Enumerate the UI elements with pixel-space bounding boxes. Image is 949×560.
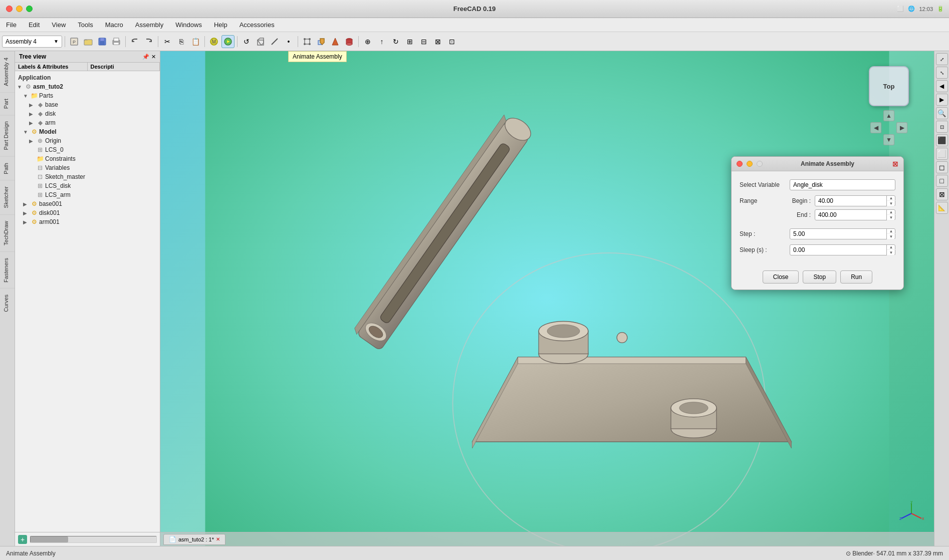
begin-spin-up[interactable]: ▲	[887, 195, 895, 201]
tree-item-parts[interactable]: ▼ 📁 Parts	[15, 91, 160, 100]
nav-arrow-up[interactable]: ▲	[883, 110, 894, 121]
menu-assembly[interactable]: Assembly	[133, 20, 165, 30]
tree-item-model[interactable]: ▼ ⚙ Model	[15, 127, 160, 136]
left-tab-sketcher[interactable]: Sketcher	[0, 180, 15, 214]
tb-macro[interactable]: M	[207, 35, 220, 48]
tree-item-lcs_arm[interactable]: ⊞ LCS_arm	[15, 190, 160, 199]
maximize-button[interactable]	[26, 6, 33, 12]
end-spin-up[interactable]: ▲	[887, 209, 895, 215]
minimize-button[interactable]	[16, 6, 23, 12]
step-spin-up[interactable]: ▲	[887, 228, 895, 234]
tb-mirror[interactable]: ⊞	[403, 35, 416, 48]
select-variable-input[interactable]: Angle_disk	[790, 179, 895, 190]
right-btn-box3[interactable]: ◻	[936, 161, 948, 173]
menu-file[interactable]: File	[4, 20, 19, 30]
nav-arrow-right[interactable]: ▶	[896, 122, 907, 133]
tree-item-disk[interactable]: ▶ ◆ disk	[15, 109, 160, 118]
tree-item-origin[interactable]: ▶ ⊕ Origin	[15, 136, 160, 145]
tree-toggle-base001[interactable]: ▶	[23, 201, 29, 207]
tb-cut[interactable]: ✂	[161, 35, 174, 48]
assembly-dropdown[interactable]: Assembly 4 ▼	[2, 36, 62, 48]
tree-item-sketch_master[interactable]: ⊡ Sketch_master	[15, 172, 160, 181]
menu-accessories[interactable]: Accessories	[238, 20, 277, 30]
right-btn-box5[interactable]: ⊠	[936, 188, 948, 200]
close-button[interactable]	[6, 6, 13, 12]
left-tab-techdraw[interactable]: TechDraw	[0, 214, 15, 251]
tree-toggle-arm[interactable]: ▶	[29, 120, 35, 126]
tree-toggle-parts[interactable]: ▼	[23, 93, 29, 99]
tree-item-asm_tuto2[interactable]: ▼ ⚙ asm_tuto2	[15, 82, 160, 91]
sidebar-pin-icon[interactable]: 📌	[142, 54, 149, 60]
tree-item-lcs0[interactable]: ⊞ LCS_0	[15, 145, 160, 154]
tb-undo[interactable]	[128, 35, 141, 48]
end-input[interactable]	[815, 209, 895, 220]
tree-toggle-asm_tuto2[interactable]: ▼	[17, 84, 23, 90]
step-input[interactable]	[790, 228, 895, 239]
tb-save[interactable]	[96, 35, 109, 48]
dialog-minimize-button[interactable]	[747, 161, 753, 167]
right-btn-resize2[interactable]: ⤡	[936, 67, 948, 79]
tb-animate-assembly[interactable]	[221, 35, 234, 48]
nav-arrow-left[interactable]: ◀	[870, 122, 881, 133]
step-spin-down[interactable]: ▼	[887, 234, 895, 239]
tree-item-base[interactable]: ▶ ◆ base	[15, 100, 160, 109]
tb-view-box[interactable]	[254, 35, 267, 48]
tree-item-base001[interactable]: ▶ ⚙ base001	[15, 199, 160, 208]
tb-boolean[interactable]: ⊕	[361, 35, 374, 48]
tree-toggle-origin[interactable]: ▶	[29, 138, 35, 144]
viewport-tab-main[interactable]: 📄 asm_tuto2 : 1* ✕	[163, 534, 225, 545]
tb-revolve[interactable]: ↻	[389, 35, 402, 48]
viewport-tab-close-icon[interactable]: ✕	[216, 536, 220, 542]
tree-item-arm001[interactable]: ▶ ⚙ arm001	[15, 217, 160, 226]
tree-toggle-disk001[interactable]: ▶	[23, 210, 29, 216]
tree-item-arm[interactable]: ▶ ◆ arm	[15, 118, 160, 127]
tb-point[interactable]: •	[282, 35, 295, 48]
left-tab-curves[interactable]: Curves	[0, 288, 15, 318]
left-tab-assembly4[interactable]: Assembly 4	[0, 51, 15, 92]
tb-chamfer[interactable]: ⊡	[445, 35, 458, 48]
close-button[interactable]: Close	[763, 270, 799, 284]
left-tab-part[interactable]: Part	[0, 92, 15, 115]
begin-spin-down[interactable]: ▼	[887, 201, 895, 206]
tb-cone[interactable]	[329, 35, 342, 48]
tb-box-selection[interactable]	[315, 35, 328, 48]
menu-windows[interactable]: Windows	[173, 20, 204, 30]
run-button[interactable]: Run	[840, 270, 872, 284]
right-btn-box1[interactable]: ⬛	[936, 134, 948, 146]
right-btn-box4[interactable]: □	[936, 175, 948, 187]
menu-view[interactable]: View	[50, 20, 68, 30]
nav-cube-top-face[interactable]: Top	[869, 66, 909, 106]
right-btn-zoom-in[interactable]: 🔍	[936, 107, 948, 119]
tb-extrude[interactable]: ↑	[375, 35, 388, 48]
viewport[interactable]: Top ▲ ◀ ▶ ▼ Anim	[160, 51, 934, 546]
menu-macro[interactable]: Macro	[103, 20, 125, 30]
add-item-button[interactable]: +	[18, 535, 27, 544]
tree-item-constraints[interactable]: 📁 Constraints	[15, 154, 160, 163]
tree-toggle-arm001[interactable]: ▶	[23, 219, 29, 225]
tb-redo[interactable]	[142, 35, 155, 48]
tb-line-tool[interactable]	[268, 35, 281, 48]
tb-transform[interactable]	[301, 35, 314, 48]
sleep-spin-up[interactable]: ▲	[887, 244, 895, 250]
dialog-menu-icon[interactable]: ⊠	[892, 160, 898, 168]
tb-paste[interactable]: 📋	[189, 35, 202, 48]
tb-draft[interactable]: ⊟	[417, 35, 430, 48]
right-btn-arrow-left[interactable]: ◀	[936, 80, 948, 92]
sleep-input[interactable]	[790, 244, 895, 255]
right-btn-fit[interactable]: ⊡	[936, 121, 948, 133]
left-tab-fasteners[interactable]: Fasteners	[0, 251, 15, 289]
right-btn-resize1[interactable]: ⤢	[936, 53, 948, 65]
tb-new-part[interactable]: P	[68, 35, 81, 48]
right-btn-box2[interactable]: ⬜	[936, 148, 948, 160]
tree-toggle-model[interactable]: ▼	[23, 129, 29, 135]
menu-edit[interactable]: Edit	[27, 20, 42, 30]
tb-open[interactable]	[82, 35, 95, 48]
sidebar-close-icon[interactable]: ✕	[151, 54, 156, 60]
nav-cube-visual[interactable]: Top	[869, 66, 909, 106]
tb-fillet[interactable]: ⊠	[431, 35, 444, 48]
end-spin-down[interactable]: ▼	[887, 215, 895, 220]
tb-cylinder[interactable]	[343, 35, 356, 48]
nav-arrow-down[interactable]: ▼	[883, 134, 894, 145]
tree-toggle-disk[interactable]: ▶	[29, 111, 35, 117]
dialog-close-button[interactable]	[737, 161, 743, 167]
